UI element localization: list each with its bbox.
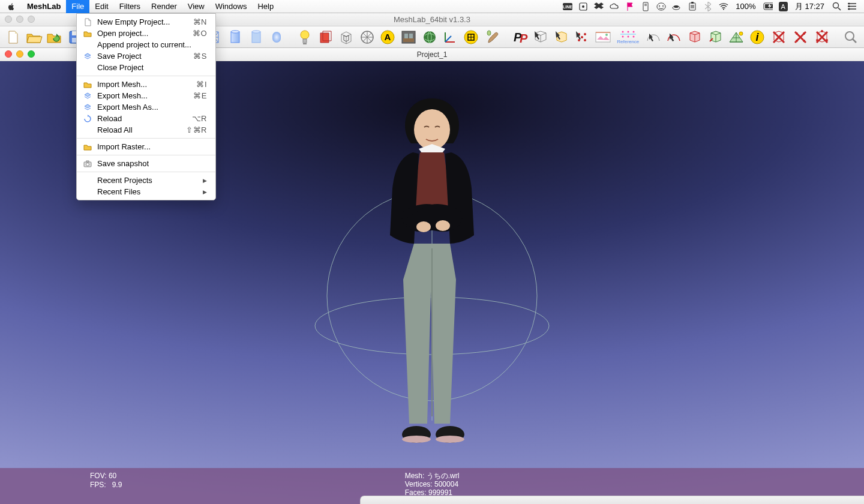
file-menu-item[interactable]: Recent Files (77, 186, 215, 197)
file-menu-item[interactable]: Append project to current... (77, 39, 215, 50)
svg-line-105 (853, 39, 856, 43)
file-menu-item[interactable]: Close Project (77, 62, 215, 73)
horizontal-scrollbar[interactable] (360, 496, 864, 504)
file-menu-item[interactable]: Save Project⌘S (77, 50, 215, 62)
menu-item-label: Open project... (97, 29, 188, 38)
svg-point-25 (848, 3, 850, 5)
svg-point-26 (848, 5, 850, 7)
svg-rect-61 (404, 34, 408, 38)
file-menu-item[interactable]: New Empty Project...⌘N (77, 16, 215, 28)
smooth-icon[interactable] (268, 28, 287, 46)
light-icon[interactable] (295, 28, 314, 46)
ime-indicator[interactable]: A (779, 2, 788, 11)
cloud-tray-icon[interactable] (610, 2, 619, 11)
svg-rect-117 (86, 161, 89, 162)
app-tray-icon[interactable] (578, 2, 588, 11)
arc3d-icon[interactable] (644, 28, 663, 46)
macos-menubar: MeshLab File Edit Filters Render View Wi… (0, 0, 864, 13)
file-menu-item[interactable]: Open project...⌘O (77, 28, 215, 39)
line-tray-icon[interactable]: LINE (563, 2, 572, 11)
app-name[interactable]: MeshLab (22, 2, 66, 11)
menu-render[interactable]: Render (146, 0, 182, 13)
select-face-icon[interactable] (531, 28, 550, 46)
clock[interactable]: 月 17:27 (794, 1, 826, 12)
reload-icon (83, 115, 92, 123)
svg-rect-79 (596, 32, 610, 42)
svg-text:A: A (385, 32, 391, 42)
document-traffic-lights[interactable] (5, 50, 35, 58)
file-menu-item[interactable]: Save snapshot (77, 158, 215, 169)
menu-item-shortcut: ⌘E (193, 91, 207, 100)
select-vert-icon[interactable] (572, 28, 592, 46)
dropbox-tray-icon[interactable] (594, 2, 604, 11)
file-menu-item[interactable]: Import Mesh...⌘I (77, 79, 215, 90)
svg-point-83 (632, 31, 634, 33)
menu-file[interactable]: File (66, 0, 89, 13)
del-face-icon[interactable] (769, 28, 788, 46)
svg-point-7 (659, 5, 660, 7)
a-icon[interactable]: A (379, 28, 398, 46)
device-tray-icon[interactable] (641, 2, 650, 11)
notification-center-icon[interactable] (847, 2, 857, 11)
morph-icon[interactable] (727, 28, 746, 46)
double-tri-icon[interactable] (337, 28, 356, 46)
shader-icon[interactable] (420, 28, 439, 46)
spotlight-icon[interactable] (832, 2, 841, 11)
search-icon[interactable] (841, 28, 860, 46)
svg-point-88 (739, 32, 743, 35)
file-menu-item[interactable]: Reload⌥R (77, 113, 215, 124)
clipboard-tray-icon[interactable] (688, 2, 697, 11)
project-tab[interactable]: Project_1 (417, 50, 448, 59)
menu-windows[interactable]: Windows (210, 0, 253, 13)
axis-icon[interactable] (441, 28, 460, 46)
menu-filters[interactable]: Filters (114, 0, 146, 13)
reference-icon[interactable]: Reference (614, 28, 642, 46)
align-icon[interactable] (593, 28, 613, 46)
coffee-tray-icon[interactable] (672, 2, 682, 11)
disk-icon (83, 103, 92, 112)
del-facevert-icon[interactable] (812, 28, 832, 46)
info-icon[interactable]: i (748, 28, 767, 46)
pp-icon[interactable]: PP (510, 28, 529, 46)
wifi-tray-icon[interactable] (719, 2, 728, 11)
file-menu-item[interactable]: Recent Projects (77, 175, 215, 186)
battery-icon[interactable] (763, 2, 773, 11)
selnone-icon[interactable] (706, 28, 725, 46)
svg-rect-4 (643, 2, 648, 11)
menu-help[interactable]: Help (252, 0, 279, 13)
file-menu-item[interactable]: Export Mesh...⌘E (77, 90, 215, 101)
flat-lines-icon[interactable] (226, 28, 245, 46)
menu-item-label: Import Raster... (97, 142, 207, 151)
paint-icon[interactable] (482, 28, 502, 46)
flat-icon[interactable] (247, 28, 266, 46)
selall-icon[interactable] (665, 28, 684, 46)
menu-view[interactable]: View (182, 0, 210, 13)
svg-point-110 (416, 221, 431, 232)
svg-point-82 (627, 31, 629, 33)
bluetooth-tray-icon[interactable] (703, 2, 713, 11)
svg-rect-52 (272, 32, 281, 43)
file-menu-item[interactable]: Export Mesh As... (77, 101, 215, 113)
del-vert-icon[interactable] (790, 28, 810, 46)
file-menu-item[interactable]: Reload All⇧⌘R (77, 124, 215, 136)
apple-menu-icon[interactable] (6, 2, 17, 11)
reload-icon[interactable] (45, 28, 64, 46)
svg-rect-48 (231, 32, 239, 43)
new-project-icon[interactable] (4, 28, 23, 46)
camera-icon (83, 160, 92, 167)
fill-icon[interactable] (358, 28, 377, 46)
measure-icon[interactable] (461, 28, 481, 46)
battery-percent[interactable]: 100% (734, 2, 757, 11)
select-conn-icon[interactable] (552, 28, 571, 46)
selinv-icon[interactable] (685, 28, 704, 46)
file-menu-item[interactable]: Import Raster... (77, 141, 215, 152)
flag-tray-icon[interactable] (625, 2, 635, 11)
doc-icon (83, 18, 92, 26)
menu-edit[interactable]: Edit (89, 0, 113, 13)
mesh-model[interactable] (366, 92, 498, 464)
backface-icon[interactable] (316, 28, 335, 46)
finder-tray-icon[interactable] (656, 2, 666, 11)
svg-point-10 (674, 5, 679, 8)
open-project-icon[interactable] (25, 28, 44, 46)
texture-icon[interactable] (399, 28, 418, 46)
